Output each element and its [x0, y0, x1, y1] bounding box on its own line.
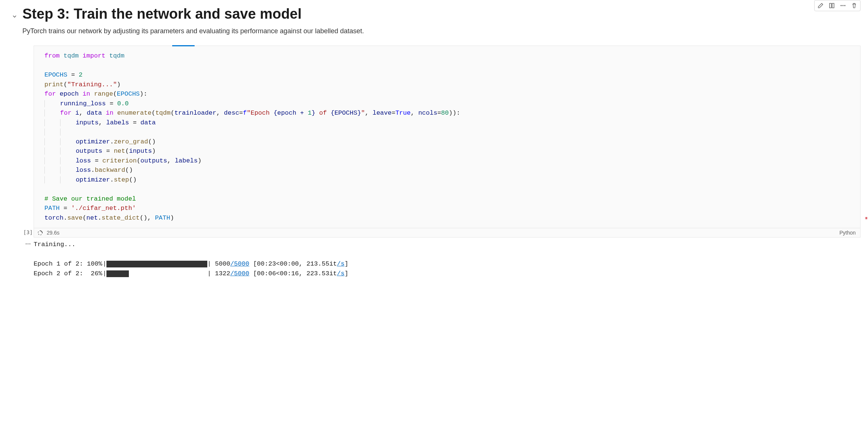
- section-heading: Step 3: Train the network and save model: [22, 6, 861, 22]
- cell-status-bar: 29.6s Python: [34, 228, 860, 237]
- spinner-icon: [37, 230, 43, 236]
- cell-toolbar: [814, 0, 861, 11]
- chevron-down-icon: [12, 13, 18, 19]
- progress-total-link[interactable]: /5000: [230, 259, 249, 269]
- delete-button[interactable]: [849, 1, 859, 10]
- progress-unit-link[interactable]: /s: [337, 269, 344, 279]
- svg-point-7: [30, 244, 31, 245]
- pencil-icon: [818, 3, 824, 9]
- svg-point-6: [28, 244, 29, 245]
- svg-point-2: [841, 5, 842, 6]
- output-cell: Training... Epoch 1 of 2: 100%|| 5000/50…: [22, 240, 861, 279]
- progress-bar-fill: [106, 261, 207, 267]
- output-line: Training...: [34, 240, 861, 249]
- svg-point-5: [26, 244, 27, 245]
- markdown-cell: Step 3: Train the network and save model…: [7, 0, 861, 46]
- running-indicator: [172, 45, 195, 46]
- svg-point-4: [844, 5, 846, 6]
- svg-point-3: [843, 5, 844, 6]
- code-cell: [3] from tqdm import tqdm EPOCHS = 2 pri…: [22, 46, 861, 238]
- scrollbar-error-marker[interactable]: [865, 217, 867, 219]
- progress-timing: [00:06<00:16, 223.53it: [249, 269, 337, 279]
- progress-done: 1322: [215, 269, 230, 279]
- split-icon: [829, 3, 835, 9]
- progress-row: Epoch 1 of 2: 100%|| 5000/5000 [00:23<00…: [34, 259, 861, 269]
- output-actions-button[interactable]: [25, 241, 31, 279]
- svg-rect-1: [832, 3, 834, 8]
- code-content[interactable]: from tqdm import tqdm EPOCHS = 2 print("…: [34, 46, 860, 228]
- collapse-toggle[interactable]: [12, 13, 18, 20]
- progress-done: 5000: [215, 259, 230, 269]
- execution-time: 29.6s: [47, 230, 59, 236]
- progress-bar: [106, 261, 207, 267]
- progress-label: Epoch 2 of 2: 26%: [34, 269, 103, 279]
- more-actions-button[interactable]: [838, 1, 848, 10]
- ellipsis-icon: [25, 241, 31, 247]
- progress-bar: [106, 270, 207, 277]
- svg-rect-0: [830, 3, 831, 8]
- progress-label: Epoch 1 of 2: 100%: [34, 259, 103, 269]
- cell-language[interactable]: Python: [839, 230, 856, 236]
- edit-button[interactable]: [815, 1, 826, 10]
- ellipsis-icon: [840, 3, 846, 9]
- progress-total-link[interactable]: /5000: [230, 269, 249, 279]
- progress-timing: [00:23<00:00, 213.55it: [249, 259, 337, 269]
- output-content: Training... Epoch 1 of 2: 100%|| 5000/50…: [34, 240, 861, 279]
- execution-spinner[interactable]: [37, 230, 43, 236]
- code-editor[interactable]: from tqdm import tqdm EPOCHS = 2 print("…: [34, 46, 861, 238]
- trash-icon: [851, 3, 857, 9]
- section-description: PyTorch trains our network by adjusting …: [22, 27, 861, 35]
- execution-count: [3]: [23, 229, 32, 235]
- split-button[interactable]: [827, 1, 837, 10]
- progress-bar-fill: [106, 270, 128, 277]
- progress-row: Epoch 2 of 2: 26%|| 1322/5000 [00:06<00:…: [34, 269, 861, 279]
- progress-unit-link[interactable]: /s: [337, 259, 344, 269]
